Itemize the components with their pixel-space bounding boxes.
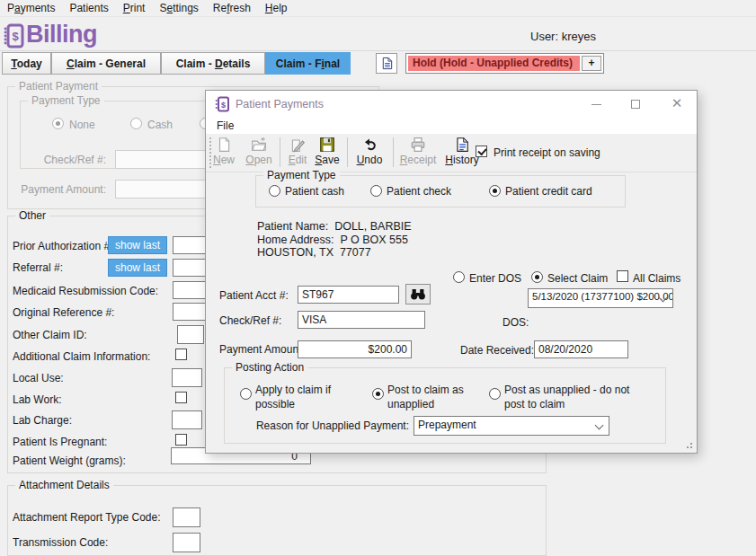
- all-claims-checkbox[interactable]: [617, 270, 628, 282]
- radio-apply-to-claim-label: Apply to claim if possible: [255, 384, 334, 411]
- new-document-icon: [216, 137, 232, 153]
- additional-claim-label: Additional Claim Information:: [13, 350, 150, 363]
- date-received-input[interactable]: 08/20/2020: [534, 340, 628, 358]
- radio-post-unapplied-label: Post to claim as unapplied: [387, 384, 468, 411]
- show-last-referral-button[interactable]: show last: [108, 259, 167, 277]
- history-button-label: History: [445, 154, 478, 166]
- toolbar-separator: [280, 137, 280, 167]
- save-button-label: Save: [315, 154, 339, 166]
- document-icon: [380, 57, 394, 70]
- menu-refresh[interactable]: Refresh: [206, 0, 258, 16]
- open-button-label: Open: [245, 154, 271, 166]
- radio-do-not-post[interactable]: [489, 388, 501, 400]
- local-use-input[interactable]: [172, 368, 202, 387]
- printer-icon: [410, 137, 426, 153]
- resize-grip[interactable]: [684, 440, 693, 449]
- menu-patients[interactable]: Patients: [62, 0, 115, 16]
- print-receipt-checkbox[interactable]: [476, 146, 487, 157]
- radio-cash-label: Cash: [147, 119, 173, 131]
- notes-button[interactable]: [376, 53, 397, 74]
- menu-print[interactable]: Print: [116, 0, 153, 16]
- report-type-label: Attachment Report Type Code:: [13, 511, 161, 524]
- radio-patient-check[interactable]: [370, 185, 382, 197]
- save-button[interactable]: Save: [313, 137, 342, 166]
- referral-label: Referral #:: [13, 261, 63, 274]
- history-document-icon: [454, 137, 470, 153]
- edit-button: Edit: [285, 137, 310, 166]
- report-type-input[interactable]: [173, 507, 200, 527]
- new-button-label: New: [213, 154, 235, 166]
- other-group-title: Other: [15, 209, 49, 222]
- dialog-payment-amount-input[interactable]: $200.00: [298, 340, 412, 358]
- dialog-check-ref-input[interactable]: VISA: [298, 311, 425, 329]
- edit-pencil-icon: [289, 137, 306, 153]
- reason-dropdown[interactable]: Prepayment: [414, 416, 609, 436]
- radio-apply-to-claim[interactable]: [240, 388, 252, 400]
- minimize-button[interactable]: [576, 91, 616, 118]
- receipt-button-label: Receipt: [400, 154, 437, 166]
- radio-patient-cash[interactable]: [269, 185, 280, 197]
- show-last-prior-auth-button[interactable]: show last: [108, 236, 167, 254]
- posting-action-group: Posting Action Apply to claim if possibl…: [224, 367, 666, 444]
- billing-app-window: Payments Patients Print Settings Refresh…: [0, 0, 756, 556]
- transmission-input[interactable]: [173, 533, 200, 552]
- radio-select-claim[interactable]: [531, 271, 543, 283]
- tab-claim-details[interactable]: Claim - Details: [161, 52, 265, 75]
- additional-claim-checkbox[interactable]: [175, 349, 187, 360]
- patient-search-button[interactable]: [405, 284, 431, 304]
- print-receipt-label: Print receipt on saving: [494, 146, 600, 159]
- transmission-label: Transmission Code:: [13, 536, 108, 549]
- menu-help[interactable]: Help: [258, 0, 295, 16]
- dialog-titlebar[interactable]: $ Patient Payments ✕: [206, 91, 697, 118]
- lab-charge-input[interactable]: [172, 410, 202, 429]
- attachment-group-title: Attachment Details: [15, 479, 113, 491]
- pregnant-checkbox[interactable]: [175, 434, 187, 446]
- radio-enter-dos[interactable]: [453, 271, 465, 283]
- patient-city-line: HOUSTON, TX 77077: [257, 246, 371, 259]
- save-floppy-icon: [319, 137, 335, 153]
- lab-work-checkbox[interactable]: [175, 392, 187, 403]
- undo-button[interactable]: Undo: [352, 137, 387, 166]
- app-title: Billing: [26, 21, 97, 49]
- other-claim-input[interactable]: [177, 325, 204, 344]
- hold-status-selector[interactable]: Hold (Hold - Unapplied Credits) +: [405, 53, 604, 74]
- tab-claim-final[interactable]: Claim - Final: [265, 52, 351, 75]
- posting-action-title: Posting Action: [232, 361, 307, 374]
- radio-patient-credit-card-label: Patient credit card: [505, 185, 592, 198]
- radio-select-claim-label: Select Claim: [547, 272, 608, 285]
- date-received-label: Date Received:: [460, 344, 534, 357]
- open-folder-icon: [251, 137, 267, 153]
- user-label: User: kreyes: [530, 30, 596, 43]
- maximize-button[interactable]: [616, 91, 655, 118]
- payment-type-group-bg-title: Payment Type: [28, 94, 104, 107]
- other-claim-label: Other Claim ID:: [13, 329, 87, 341]
- maximize-icon: [631, 100, 640, 109]
- tab-today[interactable]: Today: [2, 52, 51, 75]
- dialog-menu-file[interactable]: File: [209, 118, 241, 134]
- radio-post-unapplied[interactable]: [372, 388, 384, 400]
- dialog-menubar: File: [206, 118, 697, 134]
- patient-acct-input[interactable]: ST967: [298, 286, 399, 304]
- menu-payments[interactable]: Payments: [0, 0, 62, 16]
- tab-strip: Today Claim - General Claim - Details Cl…: [0, 50, 756, 75]
- dos-label: DOS:: [503, 316, 529, 329]
- tab-claim-general[interactable]: Claim - General: [51, 52, 161, 75]
- radio-none-label: None: [69, 119, 95, 131]
- hold-add-button[interactable]: +: [582, 56, 601, 71]
- weight-label: Patient Weight (grams):: [13, 455, 126, 467]
- new-button: New: [211, 137, 236, 166]
- chevron-down-icon: [595, 421, 604, 430]
- open-button: Open: [244, 137, 274, 166]
- pregnant-label: Patient Is Pregnant:: [13, 436, 107, 448]
- close-button[interactable]: ✕: [655, 91, 698, 118]
- radio-patient-credit-card[interactable]: [489, 185, 501, 197]
- lab-work-label: Lab Work:: [13, 393, 61, 406]
- svg-text:$: $: [221, 101, 226, 110]
- billing-logo-icon: $: [3, 23, 24, 49]
- undo-arrow-icon: [361, 137, 378, 153]
- dialog-check-ref-label: Check/Ref #:: [219, 314, 281, 327]
- claim-dropdown[interactable]: 5/13/2020 (17377100) $200.00: [528, 288, 673, 308]
- menu-settings[interactable]: Settings: [152, 0, 205, 16]
- dialog-payment-type-group: Payment Type Patient cash Patient check …: [255, 175, 626, 207]
- radio-do-not-post-label: Post as unapplied - do not post to claim: [504, 384, 639, 411]
